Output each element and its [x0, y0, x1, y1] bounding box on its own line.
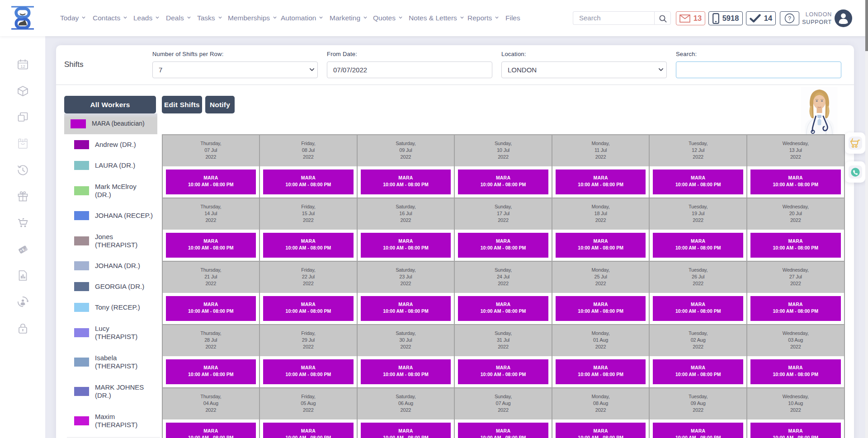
svg-text:12: 12: [20, 64, 25, 69]
